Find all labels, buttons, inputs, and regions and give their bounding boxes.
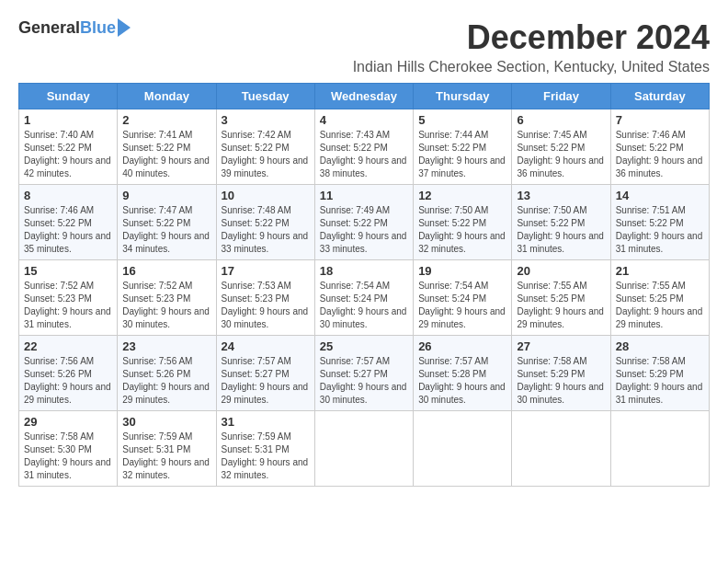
calendar-day-cell: 20 Sunrise: 7:55 AM Sunset: 5:25 PM Dayl…	[512, 260, 610, 336]
daylight-label: Daylight: 9 hours and 29 minutes.	[24, 382, 111, 405]
sunrise-label: Sunrise: 7:50 AM	[418, 205, 488, 215]
sunset-label: Sunset: 5:29 PM	[616, 369, 684, 379]
daylight-label: Daylight: 9 hours and 37 minutes.	[418, 155, 506, 178]
day-number: 7	[616, 113, 704, 127]
daylight-label: Daylight: 9 hours and 39 minutes.	[222, 155, 309, 178]
day-number: 26	[418, 339, 506, 353]
daylight-label: Daylight: 9 hours and 33 minutes.	[320, 231, 407, 254]
sunrise-label: Sunrise: 7:45 AM	[517, 130, 586, 140]
calendar-day-cell: 30 Sunrise: 7:59 AM Sunset: 5:31 PM Dayl…	[118, 411, 216, 487]
calendar-day-cell: 15 Sunrise: 7:52 AM Sunset: 5:23 PM Dayl…	[19, 260, 118, 336]
sunrise-label: Sunrise: 7:51 AM	[616, 205, 686, 215]
daylight-label: Daylight: 9 hours and 32 minutes.	[122, 457, 210, 480]
day-number: 22	[24, 339, 112, 353]
calendar-day-cell: 25 Sunrise: 7:57 AM Sunset: 5:27 PM Dayl…	[314, 336, 413, 411]
daylight-label: Daylight: 9 hours and 38 minutes.	[320, 155, 407, 178]
day-number: 1	[24, 113, 112, 127]
sunset-label: Sunset: 5:22 PM	[320, 218, 388, 228]
sunset-label: Sunset: 5:22 PM	[122, 143, 190, 153]
calendar-day-cell: 19 Sunrise: 7:54 AM Sunset: 5:24 PM Dayl…	[414, 260, 512, 336]
sunrise-label: Sunrise: 7:52 AM	[122, 281, 192, 291]
sunset-label: Sunset: 5:30 PM	[24, 444, 92, 454]
calendar-header-cell: Tuesday	[216, 84, 314, 109]
day-number: 18	[320, 264, 408, 278]
sunset-label: Sunset: 5:22 PM	[222, 143, 290, 153]
calendar-day-cell: 22 Sunrise: 7:56 AM Sunset: 5:26 PM Dayl…	[19, 336, 118, 411]
day-number: 5	[418, 113, 506, 127]
sunset-label: Sunset: 5:23 PM	[222, 293, 290, 304]
sunset-label: Sunset: 5:24 PM	[418, 293, 486, 304]
day-info: Sunrise: 7:51 AM Sunset: 5:22 PM Dayligh…	[616, 204, 704, 256]
day-info: Sunrise: 7:57 AM Sunset: 5:27 PM Dayligh…	[320, 355, 408, 407]
day-number: 4	[320, 113, 408, 127]
day-info: Sunrise: 7:56 AM Sunset: 5:26 PM Dayligh…	[24, 355, 112, 407]
daylight-label: Daylight: 9 hours and 29 minutes.	[616, 306, 703, 329]
calendar-day-cell: 5 Sunrise: 7:44 AM Sunset: 5:22 PM Dayli…	[414, 109, 512, 185]
sunrise-label: Sunrise: 7:54 AM	[320, 281, 390, 291]
sunrise-label: Sunrise: 7:52 AM	[24, 281, 94, 291]
calendar-day-cell: 16 Sunrise: 7:52 AM Sunset: 5:23 PM Dayl…	[118, 260, 216, 336]
daylight-label: Daylight: 9 hours and 34 minutes.	[122, 231, 210, 254]
daylight-label: Daylight: 9 hours and 30 minutes.	[517, 382, 604, 405]
daylight-label: Daylight: 9 hours and 29 minutes.	[418, 306, 506, 329]
calendar-day-cell	[414, 411, 512, 487]
sunrise-label: Sunrise: 7:59 AM	[222, 431, 291, 442]
sunset-label: Sunset: 5:22 PM	[320, 143, 388, 153]
calendar-day-cell	[610, 411, 709, 487]
sunset-label: Sunset: 5:26 PM	[24, 369, 92, 379]
daylight-label: Daylight: 9 hours and 29 minutes.	[122, 382, 210, 405]
sunrise-label: Sunrise: 7:55 AM	[517, 281, 586, 291]
title-section: December 2024 Indian Hills Cherokee Sect…	[353, 18, 710, 75]
sunrise-label: Sunrise: 7:59 AM	[122, 431, 192, 442]
day-info: Sunrise: 7:52 AM Sunset: 5:23 PM Dayligh…	[24, 280, 112, 331]
calendar-day-cell: 29 Sunrise: 7:58 AM Sunset: 5:30 PM Dayl…	[19, 411, 118, 487]
daylight-label: Daylight: 9 hours and 33 minutes.	[222, 231, 309, 254]
day-number: 12	[418, 189, 506, 202]
day-number: 10	[222, 189, 310, 202]
day-info: Sunrise: 7:55 AM Sunset: 5:25 PM Dayligh…	[517, 280, 605, 331]
daylight-label: Daylight: 9 hours and 30 minutes.	[418, 382, 506, 405]
calendar-day-cell: 12 Sunrise: 7:50 AM Sunset: 5:22 PM Dayl…	[414, 185, 512, 260]
sunset-label: Sunset: 5:25 PM	[616, 293, 684, 304]
calendar-header-cell: Monday	[118, 84, 216, 109]
day-number: 28	[616, 339, 704, 353]
day-number: 9	[122, 189, 210, 202]
day-number: 31	[222, 415, 310, 429]
calendar-header-cell: Friday	[512, 84, 610, 109]
sunrise-label: Sunrise: 7:46 AM	[616, 130, 686, 140]
day-info: Sunrise: 7:45 AM Sunset: 5:22 PM Dayligh…	[517, 129, 605, 180]
sunrise-label: Sunrise: 7:57 AM	[320, 356, 390, 366]
sunset-label: Sunset: 5:22 PM	[418, 218, 486, 228]
day-info: Sunrise: 7:53 AM Sunset: 5:23 PM Dayligh…	[222, 280, 310, 331]
sunset-label: Sunset: 5:24 PM	[320, 293, 388, 304]
sunset-label: Sunset: 5:31 PM	[222, 444, 290, 454]
calendar-day-cell: 14 Sunrise: 7:51 AM Sunset: 5:22 PM Dayl…	[610, 185, 709, 260]
sunrise-label: Sunrise: 7:56 AM	[122, 356, 192, 366]
calendar-header-cell: Saturday	[610, 84, 709, 109]
calendar-day-cell: 8 Sunrise: 7:46 AM Sunset: 5:22 PM Dayli…	[19, 185, 118, 260]
sunrise-label: Sunrise: 7:46 AM	[24, 205, 94, 215]
day-number: 21	[616, 264, 704, 278]
sunrise-label: Sunrise: 7:50 AM	[517, 205, 586, 215]
day-number: 14	[616, 189, 704, 202]
sunset-label: Sunset: 5:22 PM	[517, 218, 585, 228]
day-number: 23	[122, 339, 210, 353]
daylight-label: Daylight: 9 hours and 31 minutes.	[616, 231, 703, 254]
day-info: Sunrise: 7:47 AM Sunset: 5:22 PM Dayligh…	[122, 204, 210, 256]
day-number: 6	[517, 113, 605, 127]
sunset-label: Sunset: 5:23 PM	[24, 293, 92, 304]
day-number: 11	[320, 189, 408, 202]
calendar-day-cell: 2 Sunrise: 7:41 AM Sunset: 5:22 PM Dayli…	[118, 109, 216, 185]
calendar-day-cell: 21 Sunrise: 7:55 AM Sunset: 5:25 PM Dayl…	[610, 260, 709, 336]
calendar-day-cell: 13 Sunrise: 7:50 AM Sunset: 5:22 PM Dayl…	[512, 185, 610, 260]
sunset-label: Sunset: 5:22 PM	[222, 218, 290, 228]
daylight-label: Daylight: 9 hours and 30 minutes.	[320, 306, 407, 329]
day-info: Sunrise: 7:41 AM Sunset: 5:22 PM Dayligh…	[122, 129, 210, 180]
day-number: 16	[122, 264, 210, 278]
calendar-day-cell: 31 Sunrise: 7:59 AM Sunset: 5:31 PM Dayl…	[216, 411, 314, 487]
sunset-label: Sunset: 5:23 PM	[122, 293, 190, 304]
sunset-label: Sunset: 5:22 PM	[418, 143, 486, 153]
day-info: Sunrise: 7:58 AM Sunset: 5:29 PM Dayligh…	[517, 355, 605, 407]
sunrise-label: Sunrise: 7:54 AM	[418, 281, 488, 291]
calendar-table: SundayMondayTuesdayWednesdayThursdayFrid…	[18, 83, 710, 487]
